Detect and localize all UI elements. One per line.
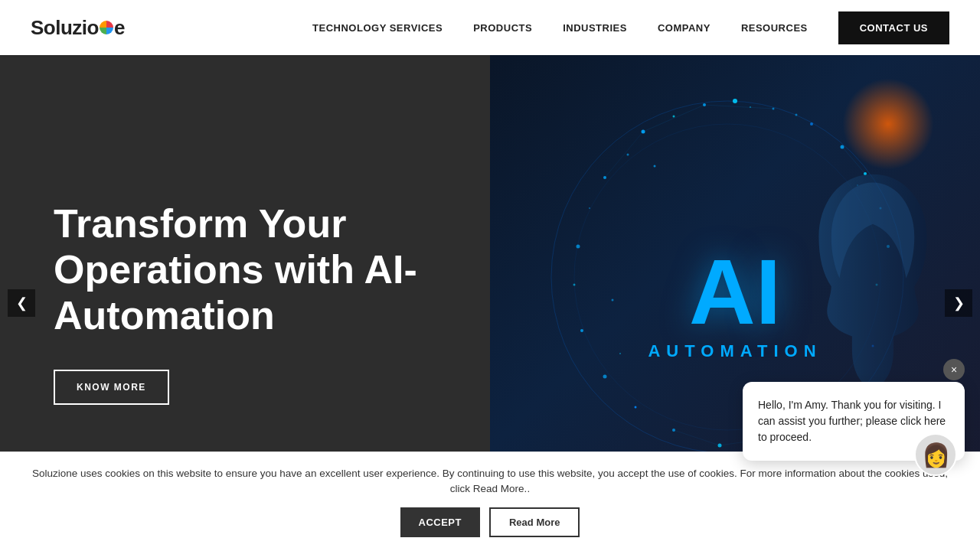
navbar: Soluzioe TECHNOLOGY SERVICES PRODUCTS IN… <box>0 0 980 55</box>
nav-item-contact[interactable]: CONTACT US <box>838 21 949 34</box>
nav-link-resources[interactable]: RESOURCES <box>741 22 808 34</box>
svg-point-29 <box>750 106 751 108</box>
nav-link-technology-services[interactable]: TECHNOLOGY SERVICES <box>312 22 443 34</box>
nav-link-company[interactable]: COMPANY <box>658 22 710 34</box>
logo[interactable]: Soluzioe <box>31 16 125 40</box>
svg-point-5 <box>673 116 675 118</box>
svg-point-15 <box>573 284 576 286</box>
automation-label: AUTOMATION <box>648 341 822 361</box>
hero-title: Transform Your Operations with AI-Automa… <box>54 201 436 338</box>
svg-point-30 <box>795 114 798 116</box>
svg-line-38 <box>674 430 720 445</box>
svg-point-27 <box>619 353 621 354</box>
ai-label: AI <box>689 246 781 337</box>
svg-point-16 <box>580 329 583 332</box>
chat-close-button[interactable]: × <box>943 359 965 380</box>
logo-text: Soluzioe <box>31 16 125 40</box>
chat-bubble[interactable]: × Hello, I'm Amy. Thank you for visiting… <box>743 382 965 461</box>
nav-links: TECHNOLOGY SERVICES PRODUCTS INDUSTRIES … <box>312 21 949 34</box>
svg-line-36 <box>605 132 643 178</box>
nav-item-resources[interactable]: RESOURCES <box>741 21 808 34</box>
nav-item-company[interactable]: COMPANY <box>658 21 710 34</box>
contact-button[interactable]: CONTACT US <box>838 11 949 44</box>
svg-line-35 <box>704 105 773 109</box>
nav-link-industries[interactable]: INDUSTRIES <box>563 22 627 34</box>
logo-icon <box>100 21 113 34</box>
carousel-next-button[interactable]: ❯ <box>945 289 972 317</box>
svg-point-7 <box>733 99 737 103</box>
svg-point-18 <box>635 406 637 409</box>
svg-point-28 <box>654 165 656 168</box>
chat-avatar-icon: 👩 <box>922 442 950 468</box>
svg-line-34 <box>643 105 704 132</box>
carousel-prev-button[interactable]: ❮ <box>8 289 35 317</box>
chat-widget: × Hello, I'm Amy. Thank you for visiting… <box>743 382 965 467</box>
prev-arrow-icon: ❮ <box>16 295 28 311</box>
cookie-buttons: ACCEPT Read More <box>400 507 580 537</box>
svg-point-17 <box>603 375 607 379</box>
nav-item-products[interactable]: PRODUCTS <box>473 21 532 34</box>
accept-button[interactable]: ACCEPT <box>400 507 480 537</box>
svg-point-9 <box>810 122 813 126</box>
nav-link-products[interactable]: PRODUCTS <box>473 22 532 34</box>
know-more-button[interactable]: KNOW MORE <box>54 370 169 405</box>
orange-glow <box>842 78 934 170</box>
svg-point-14 <box>577 245 580 249</box>
ai-text-container: AI AUTOMATION <box>648 246 822 361</box>
svg-point-3 <box>627 154 629 156</box>
read-more-button[interactable]: Read More <box>489 507 580 537</box>
nav-item-industries[interactable]: INDUSTRIES <box>563 21 627 34</box>
nav-item-technology-services[interactable]: TECHNOLOGY SERVICES <box>312 21 443 34</box>
chat-avatar: 👩 <box>914 433 957 476</box>
svg-point-25 <box>589 207 590 209</box>
cookie-message: Soluzione uses cookies on this website t… <box>31 466 949 497</box>
svg-point-26 <box>612 299 614 302</box>
next-arrow-icon: ❯ <box>953 295 965 311</box>
